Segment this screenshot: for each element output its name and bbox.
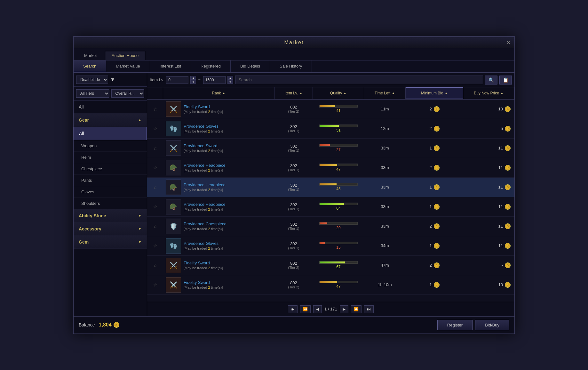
lv-max-down[interactable]: ▼ bbox=[227, 80, 233, 84]
th-rank[interactable]: Rank ▲ bbox=[163, 87, 274, 99]
sidebar-item-ability-stone[interactable]: Ability Stone ▼ bbox=[74, 209, 147, 222]
item-cell[interactable]: ⚔️ Fidelity Sword [May be traded 2 time(… bbox=[163, 256, 274, 275]
register-button[interactable]: Register bbox=[437, 320, 473, 330]
tier-select[interactable]: All Tiers bbox=[76, 89, 109, 98]
star-cell[interactable]: ☆ bbox=[147, 260, 163, 270]
table-row[interactable]: ☆ 🛡️ Providence Chestpiece [May be trade… bbox=[147, 217, 514, 236]
prev-fast-button[interactable]: ⏪ bbox=[300, 305, 311, 313]
sub-tab-interest-list[interactable]: Interest List bbox=[150, 60, 191, 72]
item-cell[interactable]: 🪖 Providence Headpiece [May be traded 2 … bbox=[163, 178, 274, 197]
sidebar-item-chestpiece[interactable]: Chestpiece bbox=[74, 163, 147, 175]
star-cell[interactable]: ☆ bbox=[147, 241, 163, 251]
th-time[interactable]: Time Left ▲ bbox=[364, 87, 406, 99]
sidebar-item-pants[interactable]: Pants bbox=[74, 175, 147, 186]
item-cell[interactable]: ⚔️ Fidelity Sword [May be traded 2 time(… bbox=[163, 100, 274, 119]
tab-market[interactable]: Market bbox=[77, 51, 104, 60]
table-row[interactable]: ☆ ⚔️ Fidelity Sword [May be traded 2 tim… bbox=[147, 275, 514, 295]
tab-auction-house[interactable]: Auction House bbox=[105, 51, 146, 60]
star-cell[interactable]: ☆ bbox=[147, 280, 163, 290]
star-cell[interactable]: ☆ bbox=[147, 221, 163, 231]
bid-cell[interactable]: 1 G bbox=[406, 143, 463, 154]
sub-tab-sale-history[interactable]: Sale History bbox=[270, 60, 312, 72]
buy-cell[interactable]: 11 G bbox=[463, 143, 514, 154]
table-row[interactable]: ☆ 🧤 Providence Gloves [May be traded 2 t… bbox=[147, 119, 514, 139]
search-button[interactable]: 🔍 bbox=[485, 76, 497, 84]
star-cell[interactable]: ☆ bbox=[147, 124, 163, 134]
window-title: Market bbox=[284, 40, 304, 45]
bid-cell[interactable]: 2 G bbox=[406, 104, 463, 115]
table-row[interactable]: ☆ 🪖 Providence Headpiece [May be traded … bbox=[147, 197, 514, 217]
bid-cell[interactable]: 2 G bbox=[406, 123, 463, 134]
item-cell[interactable]: 🧤 Providence Gloves [May be traded 2 tim… bbox=[163, 119, 274, 138]
item-cell[interactable]: 🧤 Providence Gloves [May be traded 2 tim… bbox=[163, 236, 274, 255]
sidebar-item-weapon[interactable]: Weapon bbox=[74, 140, 147, 152]
buy-cell[interactable]: 11 G bbox=[463, 201, 514, 212]
bid-cell[interactable]: 1 G bbox=[406, 201, 463, 212]
bid-buy-button[interactable]: Bid/Buy bbox=[475, 320, 509, 330]
th-buy[interactable]: Buy Now Price ▲ bbox=[463, 87, 514, 99]
bid-cell[interactable]: 1 G bbox=[406, 279, 463, 290]
buy-cell[interactable]: 10 G bbox=[463, 104, 514, 115]
buy-cell[interactable]: 11 G bbox=[463, 162, 514, 173]
table-row[interactable]: ☆ ⚔️ Fidelity Sword [May be traded 2 tim… bbox=[147, 256, 514, 275]
class-select[interactable]: Deathblade bbox=[76, 76, 108, 84]
prev-button[interactable]: ◀ bbox=[313, 305, 322, 313]
sort-select[interactable]: Overall R... bbox=[111, 89, 145, 98]
search-input[interactable] bbox=[235, 76, 483, 84]
sub-tab-market-value[interactable]: Market Value bbox=[106, 60, 150, 72]
th-bid[interactable]: Minimum Bid ▲ bbox=[406, 87, 463, 99]
bid-cell[interactable]: 2 G bbox=[406, 221, 463, 232]
item-cell[interactable]: 🛡️ Providence Chestpiece [May be traded … bbox=[163, 217, 274, 236]
lv-min-down[interactable]: ▼ bbox=[190, 80, 196, 84]
bid-cell[interactable]: 1 G bbox=[406, 240, 463, 251]
buy-cell[interactable]: 11 G bbox=[463, 182, 514, 193]
buy-cell[interactable]: 11 G bbox=[463, 240, 514, 251]
table-row[interactable]: ☆ 🧤 Providence Gloves [May be traded 2 t… bbox=[147, 236, 514, 256]
bid-cell[interactable]: 2 G bbox=[406, 260, 463, 271]
item-cell[interactable]: 🪖 Providence Headpiece [May be traded 2 … bbox=[163, 158, 274, 177]
bid-cell[interactable]: 2 G bbox=[406, 162, 463, 173]
table-row[interactable]: ☆ 🪖 Providence Headpiece [May be traded … bbox=[147, 158, 514, 178]
star-cell[interactable]: ☆ bbox=[147, 163, 163, 173]
th-itemlv[interactable]: Item Lv. ▲ bbox=[274, 87, 313, 99]
sub-tab-bid-details[interactable]: Bid Details bbox=[231, 60, 270, 72]
lv-min-up[interactable]: ▲ bbox=[190, 76, 196, 80]
item-cell[interactable]: ⚔️ Providence Sword [May be traded 2 tim… bbox=[163, 139, 274, 158]
sidebar-item-gear-all[interactable]: All bbox=[74, 127, 147, 140]
sidebar-item-shoulders[interactable]: Shoulders bbox=[74, 198, 147, 209]
buy-cell[interactable]: - G bbox=[463, 260, 514, 271]
sidebar-item-gear[interactable]: Gear ▲ bbox=[74, 114, 147, 127]
time-cell: 1h 10m bbox=[364, 280, 406, 290]
sidebar-item-accessory[interactable]: Accessory ▼ bbox=[74, 222, 147, 236]
table-row[interactable]: ☆ ⚔️ Providence Sword [May be traded 2 t… bbox=[147, 139, 514, 158]
sub-tab-registered[interactable]: Registered bbox=[191, 60, 231, 72]
buy-cell[interactable]: 10 G bbox=[463, 279, 514, 290]
star-cell[interactable]: ☆ bbox=[147, 182, 163, 192]
table-row[interactable]: ☆ ⚔️ Fidelity Sword [May be traded 2 tim… bbox=[147, 100, 514, 119]
lv-min-input[interactable] bbox=[166, 76, 188, 84]
star-cell[interactable]: ☆ bbox=[147, 143, 163, 153]
buy-cell[interactable]: 5 G bbox=[463, 123, 514, 134]
bid-cell[interactable]: 1 G bbox=[406, 182, 463, 193]
sidebar-item-all[interactable]: All bbox=[74, 101, 147, 114]
ability-stone-chevron-icon: ▼ bbox=[138, 213, 142, 218]
sidebar-item-gem[interactable]: Gem ▼ bbox=[74, 236, 147, 249]
list-button[interactable]: 📋 bbox=[499, 76, 512, 84]
sidebar-item-helm[interactable]: Helm bbox=[74, 152, 147, 163]
next-fast-button[interactable]: ⏩ bbox=[351, 305, 362, 313]
sidebar-item-gloves[interactable]: Gloves bbox=[74, 186, 147, 198]
buy-cell[interactable]: 11 G bbox=[463, 221, 514, 232]
lv-max-up[interactable]: ▲ bbox=[227, 76, 233, 80]
sub-tab-search[interactable]: Search bbox=[74, 60, 106, 72]
next-button[interactable]: ▶ bbox=[340, 305, 348, 313]
first-page-button[interactable]: ⏮ bbox=[288, 305, 298, 313]
item-cell[interactable]: 🪖 Providence Headpiece [May be traded 2 … bbox=[163, 197, 274, 216]
last-page-button[interactable]: ⏭ bbox=[364, 305, 374, 313]
table-row[interactable]: ☆ 🪖 Providence Headpiece [May be traded … bbox=[147, 178, 514, 197]
item-cell[interactable]: ⚔️ Fidelity Sword [May be traded 2 time(… bbox=[163, 275, 274, 294]
close-button[interactable]: ✕ bbox=[506, 40, 511, 46]
star-cell[interactable]: ☆ bbox=[147, 202, 163, 212]
star-cell[interactable]: ☆ bbox=[147, 104, 163, 114]
th-quality[interactable]: Quality ▲ bbox=[313, 87, 364, 99]
lv-max-input[interactable] bbox=[203, 76, 226, 84]
